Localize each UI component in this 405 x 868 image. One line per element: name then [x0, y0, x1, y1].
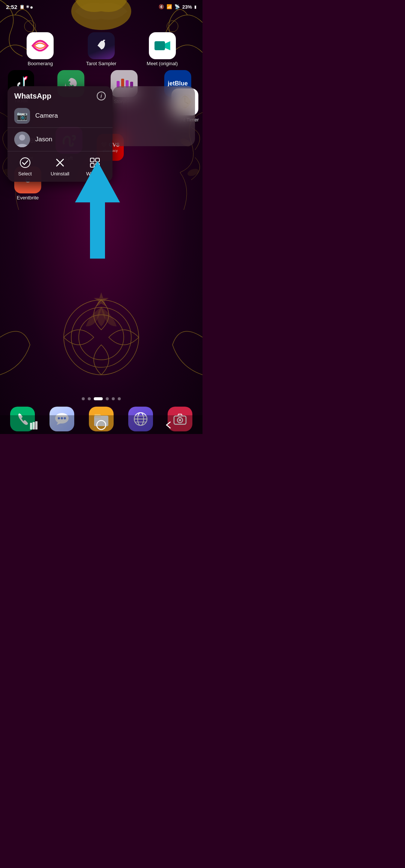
- status-bar: 2:52 📋 ✳ 🔇 📶 📡 23% ▮: [0, 0, 202, 13]
- select-label: Select: [18, 171, 32, 177]
- svg-point-54: [97, 421, 106, 430]
- svg-rect-53: [35, 421, 38, 430]
- page-dot-5[interactable]: [112, 397, 115, 400]
- svg-rect-51: [30, 423, 32, 430]
- camera-shortcut-icon: 📷: [14, 108, 30, 124]
- svg-rect-31: [90, 158, 94, 162]
- page-dot-4[interactable]: [106, 397, 109, 400]
- context-menu-item-camera[interactable]: 📷 Camera: [8, 104, 112, 127]
- context-action-widgets[interactable]: Widgets: [78, 157, 112, 177]
- wifi-icon: 📶: [166, 4, 172, 9]
- app-row-1: Boomerang Tarot Sampler Me: [6, 32, 196, 66]
- notification-icons: 📋 ✳: [20, 4, 33, 9]
- app-boomerang[interactable]: Boomerang: [21, 32, 59, 66]
- boomerang-icon-img: [27, 32, 54, 59]
- nav-recents-button[interactable]: [22, 418, 45, 433]
- context-actions: Select Uninstall Widgets: [8, 151, 112, 182]
- svg-point-27: [19, 135, 25, 141]
- nav-back-button[interactable]: [158, 418, 180, 433]
- svg-point-11: [103, 40, 105, 41]
- app-tarot-sampler[interactable]: Tarot Sampler: [82, 32, 120, 66]
- home-screen: Boomerang Tarot Sampler Me: [0, 13, 202, 404]
- page-dot-6[interactable]: [118, 397, 121, 400]
- svg-rect-33: [90, 163, 94, 167]
- boomerang-label: Boomerang: [28, 61, 53, 66]
- signal-icon: 📡: [174, 4, 180, 9]
- tarot-icon-img: [88, 32, 115, 59]
- whatsapp-context-menu: WhatsApp i 📷 Camera Jason: [8, 86, 112, 182]
- camera-label: Camera: [35, 112, 58, 120]
- battery-percent: 23%: [182, 4, 192, 10]
- status-right: 🔇 📶 📡 23% ▮: [159, 4, 196, 10]
- svg-rect-52: [33, 422, 35, 430]
- svg-marker-13: [165, 41, 170, 50]
- page-dot-2[interactable]: [88, 397, 91, 400]
- jason-avatar: [14, 132, 30, 147]
- time-display: 2:52: [6, 4, 17, 10]
- status-left: 2:52 📋 ✳: [6, 4, 33, 10]
- blur-overlay: [112, 86, 195, 146]
- uninstall-label: Uninstall: [51, 171, 69, 177]
- context-menu-item-jason[interactable]: Jason: [8, 128, 112, 151]
- battery-bar: ▮: [194, 4, 196, 9]
- widgets-icon: [89, 157, 101, 169]
- widgets-label: Widgets: [86, 171, 104, 177]
- uninstall-icon: [54, 157, 66, 169]
- page-dot-1[interactable]: [82, 397, 85, 400]
- eventbrite-label: Eventbrite: [17, 195, 39, 201]
- battery-icon: 🔇: [159, 4, 164, 9]
- svg-rect-34: [96, 163, 99, 167]
- meet-icon-img: [149, 32, 176, 59]
- dot-icon: [30, 6, 33, 9]
- tarot-label: Tarot Sampler: [86, 61, 117, 66]
- page-dot-3-active[interactable]: [94, 397, 103, 400]
- nav-home-button[interactable]: [90, 418, 112, 433]
- select-icon: [19, 157, 31, 169]
- context-action-uninstall[interactable]: Uninstall: [42, 157, 77, 177]
- meet-label: Meet (original): [147, 61, 178, 66]
- context-menu-info-button[interactable]: i: [97, 91, 106, 100]
- notification-icon-1: 📋: [20, 4, 25, 9]
- svg-point-28: [20, 158, 30, 168]
- context-menu-header: WhatsApp i: [8, 86, 112, 104]
- svg-rect-12: [154, 41, 165, 50]
- jason-label: Jason: [35, 136, 52, 143]
- nav-bar: [0, 415, 202, 434]
- context-menu-title: WhatsApp: [14, 92, 51, 100]
- page-indicators: [0, 397, 202, 400]
- app-meet-original[interactable]: Meet (original): [144, 32, 181, 66]
- context-action-select[interactable]: Select: [8, 157, 42, 177]
- hash-icon: ✳: [26, 4, 29, 9]
- svg-rect-32: [96, 158, 99, 162]
